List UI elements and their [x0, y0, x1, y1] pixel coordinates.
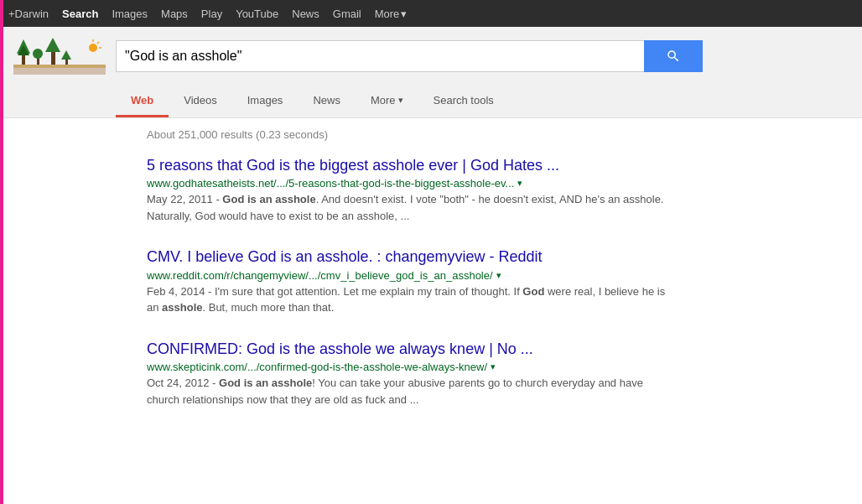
result-dropdown-arrow[interactable]: ▾ [496, 270, 501, 281]
more-arrow-icon: ▾ [398, 95, 403, 106]
results-area: About 251,000 results (0.23 seconds) 5 r… [0, 118, 862, 441]
result-snippet: Oct 24, 2012 - God is an asshole! You ca… [147, 375, 667, 408]
top-navbar: +Darwin Search Images Maps Play YouTube … [0, 0, 862, 27]
topbar-maps-link[interactable]: Maps [161, 8, 188, 20]
tab-videos[interactable]: Videos [169, 86, 232, 117]
result-url-row: www.reddit.com/r/changemyview/.../cmv_i_… [147, 269, 667, 282]
svg-line-13 [97, 42, 99, 44]
result-snippet-text: - I'm sure that got attention. Let me ex… [147, 285, 665, 314]
result-dropdown-arrow[interactable]: ▾ [491, 361, 496, 372]
result-date: Feb 4, 2014 [147, 285, 205, 298]
search-label: Search [62, 8, 98, 20]
topbar-images-link[interactable]: Images [112, 8, 148, 20]
search-header: Web Videos Images News More ▾ Search too… [0, 27, 862, 118]
result-snippet: Feb 4, 2014 - I'm sure that got attentio… [147, 283, 667, 316]
result-snippet: May 22, 2011 - God is an asshole. And do… [147, 191, 667, 224]
svg-rect-14 [13, 68, 106, 75]
tab-search-tools[interactable]: Search tools [418, 86, 509, 117]
result-snippet-text: - God is an asshole! You can take your a… [147, 377, 643, 406]
result-url: www.godhatesatheists.net/.../5-reasons-t… [147, 177, 514, 190]
svg-rect-0 [13, 65, 106, 68]
plus-darwin-link[interactable]: +Darwin [8, 8, 49, 20]
result-date: May 22, 2011 [147, 193, 213, 205]
svg-point-5 [33, 49, 43, 59]
tab-web[interactable]: Web [116, 86, 169, 117]
svg-rect-6 [51, 50, 55, 65]
result-url-row: www.godhatesatheists.net/.../5-reasons-t… [147, 177, 667, 190]
topbar-play-link[interactable]: Play [201, 8, 222, 20]
svg-marker-7 [45, 38, 60, 52]
result-url: www.skepticink.com/.../confirmed-god-is-… [147, 361, 487, 373]
result-title[interactable]: CONFIRMED: God is the asshole we always … [147, 340, 533, 357]
search-box-container [116, 40, 703, 72]
search-tabs: Web Videos Images News More ▾ Search too… [13, 86, 849, 117]
topbar-youtube-link[interactable]: YouTube [236, 8, 278, 20]
topbar-gmail-link[interactable]: Gmail [333, 8, 361, 20]
result-item: CMV. I believe God is an asshole. : chan… [147, 247, 667, 315]
tab-images[interactable]: Images [232, 86, 299, 117]
search-icon [666, 49, 681, 64]
topbar-news-link[interactable]: News [292, 8, 319, 20]
search-input[interactable] [116, 40, 644, 72]
svg-marker-9 [61, 50, 71, 60]
result-snippet-text: - God is an asshole. And doesn't exist. … [147, 193, 663, 222]
result-url-row: www.skepticink.com/.../confirmed-god-is-… [147, 361, 667, 373]
left-accent-bar [0, 0, 3, 441]
google-logo[interactable] [13, 35, 106, 77]
result-url: www.reddit.com/r/changemyview/.../cmv_i_… [147, 269, 493, 282]
tab-more[interactable]: More ▾ [356, 86, 418, 117]
result-title[interactable]: CMV. I believe God is an asshole. : chan… [147, 248, 543, 265]
search-button[interactable] [644, 40, 703, 72]
result-title[interactable]: 5 reasons that God is the biggest asshol… [147, 157, 559, 174]
svg-point-10 [89, 44, 97, 52]
results-count: About 251,000 results (0.23 seconds) [147, 128, 862, 141]
result-item: CONFIRMED: God is the asshole we always … [147, 340, 667, 408]
result-date: Oct 24, 2012 [147, 377, 209, 389]
svg-rect-8 [65, 59, 68, 65]
tab-news[interactable]: News [298, 86, 356, 117]
result-item: 5 reasons that God is the biggest asshol… [147, 156, 667, 224]
result-dropdown-arrow[interactable]: ▾ [517, 178, 522, 189]
topbar-more-button[interactable]: More ▾ [375, 8, 408, 20]
